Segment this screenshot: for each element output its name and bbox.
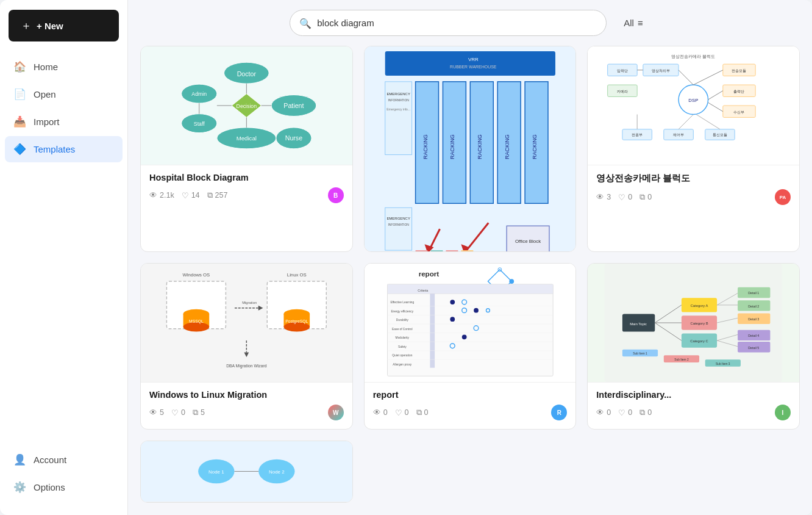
svg-text:Detail 4: Detail 4 <box>749 334 760 337</box>
card-interdisciplinary[interactable]: Main Topic Category A Category B Categor… <box>587 263 800 430</box>
copy-icon: ⧉ <box>416 408 422 417</box>
search-input[interactable] <box>290 10 607 36</box>
views-camera: 👁 3 <box>596 193 611 201</box>
sidebar-item-open[interactable]: 📄 Open <box>5 81 123 107</box>
svg-text:RACKING: RACKING <box>449 134 455 159</box>
card-info-camera: 영상전송카메라 블럭도 👁 3 ♡ 0 ⧉ 0 PA <box>588 165 799 214</box>
likes-interdisciplinary: ♡ 0 <box>618 408 632 417</box>
card-meta-camera: 👁 3 ♡ 0 ⧉ 0 PA <box>596 189 791 205</box>
avatar-migration: W <box>328 405 344 420</box>
card-thumb-interdisciplinary: Main Topic Category A Category B Categor… <box>588 264 799 383</box>
svg-text:RACKING: RACKING <box>532 134 538 159</box>
svg-text:전원부: 전원부 <box>632 133 643 137</box>
new-button-label: + New <box>37 21 63 31</box>
svg-text:Medical: Medical <box>237 135 257 142</box>
svg-text:RUBBER WAREHOUSE: RUBBER WAREHOUSE <box>450 65 497 69</box>
svg-text:RACKING: RACKING <box>504 134 510 159</box>
sidebar-label-account: Account <box>34 455 66 465</box>
card-meta-interdisciplinary: 👁 0 ♡ 0 ⧉ 0 I <box>596 405 791 420</box>
avatar-hospital: B <box>328 187 344 203</box>
card-meta-hospital: 👁 2.1k ♡ 14 ⧉ 257 B <box>149 187 344 203</box>
svg-text:Safety: Safety <box>398 345 407 348</box>
svg-text:Doctor: Doctor <box>237 70 257 77</box>
svg-text:Energy efficiency: Energy efficiency <box>391 310 413 313</box>
card-meta-migration: 👁 5 ♡ 0 ⧉ 5 W <box>149 405 344 420</box>
card-info-migration: Windows to Linux Migration 👁 5 ♡ 0 ⧉ 5 W <box>141 383 352 429</box>
hospital-diagram-svg: Doctor Decision Patient Medical Nurse Ad <box>141 46 352 165</box>
svg-text:입력단: 입력단 <box>617 69 628 73</box>
main-content: 🔍 All ≡ Doctor Decision Patient <box>128 0 812 515</box>
sidebar-label-import: Import <box>34 117 60 127</box>
cards-grid: Doctor Decision Patient Medical Nurse Ad <box>128 46 812 515</box>
svg-text:Linux OS: Linux OS <box>287 272 307 278</box>
new-button[interactable]: ＋ + New <box>9 10 119 41</box>
svg-line-77 <box>678 115 693 129</box>
svg-text:Category C: Category C <box>691 339 708 343</box>
views-migration: 👁 5 <box>149 408 164 417</box>
card-info-report: report 👁 0 ♡ 0 ⧉ 0 R <box>365 383 576 429</box>
import-icon: 📥 <box>13 115 26 128</box>
svg-line-66 <box>678 70 693 85</box>
sidebar-label-open: Open <box>34 89 56 99</box>
copies-hospital: ⧉ 257 <box>207 191 228 200</box>
eye-icon: 👁 <box>373 408 381 417</box>
likes-camera: ♡ 0 <box>618 193 632 202</box>
copy-icon: ⧉ <box>639 408 645 417</box>
card-migration[interactable]: Windows OS MSSQL Migration Linux OS <box>140 263 353 430</box>
plus-icon: ＋ <box>21 18 32 33</box>
card-hospital[interactable]: Doctor Decision Patient Medical Nurse Ad <box>140 46 353 252</box>
svg-point-117 <box>450 317 455 322</box>
likes-hospital: ♡ 14 <box>182 191 200 200</box>
filter-label: All <box>624 18 634 28</box>
svg-point-112 <box>450 300 455 304</box>
card-title-camera: 영상전송카메라 블럭도 <box>596 173 791 184</box>
sidebar-label-options: Options <box>34 482 65 492</box>
svg-text:Allergen proxy: Allergen proxy <box>393 363 412 366</box>
svg-point-114 <box>474 308 479 313</box>
copy-icon: ⧉ <box>193 408 198 417</box>
eye-icon: 👁 <box>596 408 604 417</box>
svg-text:출력단: 출력단 <box>733 90 744 93</box>
card-bottomleft[interactable]: Node 1 Node 2 <box>140 441 353 503</box>
filter-button[interactable]: All ≡ <box>616 13 650 33</box>
svg-text:EMERGENCY: EMERGENCY <box>386 217 410 220</box>
svg-text:Decision: Decision <box>237 103 257 109</box>
eye-icon: 👁 <box>149 191 157 200</box>
warehouse-svg: VRR RUBBER WAREHOUSE RACKING RACKING RAC… <box>365 46 576 252</box>
svg-text:Quiet operation: Quiet operation <box>392 354 412 357</box>
sidebar-item-import[interactable]: 📥 Import <box>5 109 123 135</box>
svg-text:Sub Item 2: Sub Item 2 <box>675 358 689 361</box>
migration-svg: Windows OS MSSQL Migration Linux OS <box>141 264 352 382</box>
svg-rect-48 <box>461 250 473 252</box>
card-title-report: report <box>373 390 568 400</box>
svg-text:영상전송카메라 블럭도: 영상전송카메라 블럭도 <box>672 54 716 59</box>
copy-icon: ⧉ <box>639 193 645 202</box>
card-vanryn[interactable]: VRR RUBBER WAREHOUSE RACKING RACKING RAC… <box>364 46 577 252</box>
sidebar-item-home[interactable]: 🏠 Home <box>5 54 123 80</box>
card-report[interactable]: report Criteria Effective Learning Energ… <box>364 263 577 430</box>
svg-text:report: report <box>418 270 439 278</box>
svg-text:카메라: 카메라 <box>617 90 628 93</box>
eye-icon: 👁 <box>596 193 604 201</box>
card-info-hospital: Hospital Block Diagram 👁 2.1k ♡ 14 ⧉ 257… <box>141 165 352 212</box>
svg-text:Modularity: Modularity <box>395 336 409 339</box>
svg-text:MSSQL: MSSQL <box>189 319 204 324</box>
svg-point-83 <box>183 322 210 332</box>
card-thumb-bottomleft: Node 1 Node 2 <box>141 441 352 502</box>
sidebar-item-options[interactable]: ⚙️ Options <box>5 474 123 500</box>
bottomleft-svg: Node 1 Node 2 <box>141 441 352 502</box>
svg-text:Nurse: Nurse <box>285 134 302 142</box>
svg-text:Ease of Control: Ease of Control <box>392 328 412 331</box>
card-title-interdisciplinary: Interdisciplinary... <box>596 390 791 400</box>
views-interdisciplinary: 👁 0 <box>596 408 611 417</box>
sidebar-item-templates[interactable]: 🔷 Templates <box>5 136 123 162</box>
templates-icon: 🔷 <box>13 143 26 156</box>
svg-text:Detail 1: Detail 1 <box>749 291 760 295</box>
sidebar-item-account[interactable]: 👤 Account <box>5 447 123 473</box>
card-camera[interactable]: 영상전송카메라 블럭도 입력단 영상처리부 카메라 전송모듈 출력단 수신부 <box>587 46 800 252</box>
home-icon: 🏠 <box>13 60 26 73</box>
svg-text:Main Topic: Main Topic <box>630 322 647 326</box>
svg-text:Detail 5: Detail 5 <box>749 346 760 350</box>
svg-text:Office Block: Office Block <box>515 239 541 244</box>
svg-text:Sub Item 3: Sub Item 3 <box>716 362 730 366</box>
